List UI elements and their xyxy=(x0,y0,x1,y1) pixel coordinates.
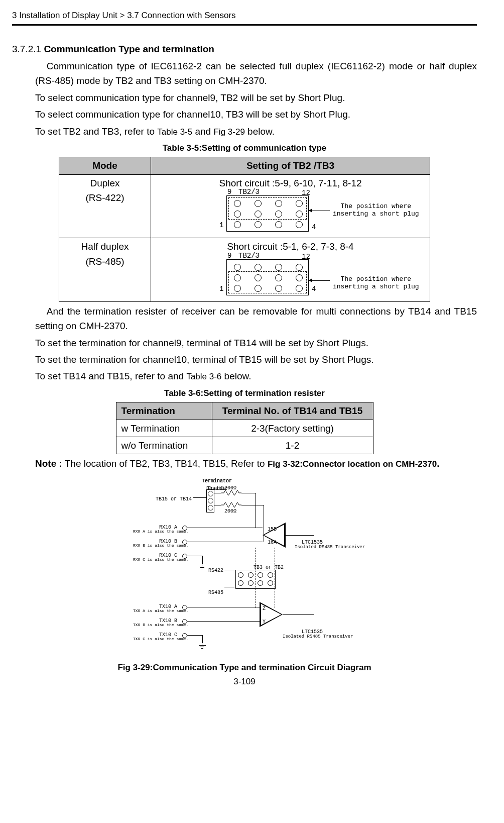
tx9a-label: TX9 A is also the same. xyxy=(133,608,188,614)
section-heading: Communication Type and termination xyxy=(44,44,214,54)
th-mode: Mode xyxy=(59,157,151,174)
pin-15b: 15B xyxy=(268,526,277,534)
table-caption: Table 3-5:Setting of communication type xyxy=(12,142,477,155)
tx9b-label: TX9 B is also the same. xyxy=(133,622,188,628)
text: below. xyxy=(221,371,251,381)
paragraph: To set the termination for channel10, te… xyxy=(35,352,477,367)
jumper-tb3 xyxy=(235,570,276,589)
mode-line-2: (RS-422) xyxy=(85,192,124,203)
jumper-diagram: 9 TB2/3 12 1 4 The position where insert… xyxy=(154,192,427,237)
pin-label-4: 4 xyxy=(312,285,316,292)
paragraph: To select communication type for channel… xyxy=(35,90,477,105)
mode-cell: Half duplex (RS-485) xyxy=(59,238,151,301)
tb14-label: TB15 or TB14 xyxy=(152,495,192,503)
pin-y: Y xyxy=(263,618,266,626)
rs485-label: RS485 xyxy=(208,589,223,597)
terminal-icon xyxy=(182,540,187,545)
mode-line-1: Duplex xyxy=(90,178,119,188)
table-ref: Table 3-6 xyxy=(186,372,221,381)
td-termination: w Termination xyxy=(116,420,212,437)
td-termination: w/o Termination xyxy=(116,437,212,454)
note-text: The position where inserting a short plu… xyxy=(333,275,419,290)
paragraph: To set TB2 and TB3, refer to Table 3-5 a… xyxy=(35,124,477,139)
header-divider xyxy=(12,24,477,26)
mode-cell: Duplex (RS-422) xyxy=(59,174,151,238)
isolated-label: Isolated RS485 Transceiver xyxy=(283,634,353,641)
pin-row xyxy=(227,264,309,271)
circuit-diagram: Terminator Disable TB15 or TB14 Terminat… xyxy=(104,477,385,654)
terminal-icon xyxy=(182,633,187,638)
th-termination: Termination xyxy=(116,402,212,420)
th-terminal-no: Terminal No. of TB14 and TB15 xyxy=(212,402,373,420)
jumper-label: TB2/3 xyxy=(238,252,260,259)
paragraph: To set TB14 and TB15, refer to and Table… xyxy=(35,369,477,383)
resistor-value: 200Ω xyxy=(224,507,236,516)
pin-label-9: 9 xyxy=(227,188,231,195)
td-terminal-no: 2-3(Factory setting) xyxy=(212,420,373,437)
pin-label-4: 4 xyxy=(312,224,316,231)
table-3-6: Termination Terminal No. of TB14 and TB1… xyxy=(116,402,373,454)
mode-line-2: (RS-485) xyxy=(85,256,124,267)
page-number: 3-109 xyxy=(12,675,477,688)
rx9b-label: RX9 B is also the same. xyxy=(133,543,188,549)
text: and xyxy=(192,126,213,137)
th-setting: Setting of TB2 /TB3 xyxy=(151,157,430,174)
ground-icon xyxy=(199,642,206,649)
dash-outline xyxy=(228,271,307,293)
paragraph: Communication type of IEC61162-2 can be … xyxy=(35,59,477,88)
pin-z: Z xyxy=(263,605,266,613)
short-circuit-text: Short circuit :5-1, 6-2, 7-3, 8-4 xyxy=(227,241,353,252)
paragraph: To select communication type for channel… xyxy=(35,107,477,122)
terminal-icon xyxy=(182,605,187,610)
body-block-2: And the termination resister of receiver… xyxy=(35,304,477,384)
note: Note : The location of TB2, TB3, TB14, T… xyxy=(35,456,477,471)
table-ref: Table 3-5 xyxy=(157,127,192,137)
section-number: 3.7.2.1 xyxy=(12,44,44,54)
table-3-5: Mode Setting of TB2 /TB3 Duplex (RS-422)… xyxy=(59,157,430,301)
body-block-1: Communication type of IEC61162-2 can be … xyxy=(35,59,477,139)
arrow-head-icon xyxy=(309,209,312,213)
isolated-label: Isolated RS485 Transceiver xyxy=(295,544,365,551)
arrow-head-icon xyxy=(309,278,312,282)
paragraph: To set the termination for channel9, ter… xyxy=(35,336,477,350)
rx9c-label: RX9 C is also the same. xyxy=(133,557,188,563)
note-text: The location of TB2, TB3, TB14, TB15, Re… xyxy=(62,458,268,469)
rx9a-label: RX9 A is also the same. xyxy=(133,529,188,535)
dash-outline xyxy=(228,197,307,220)
text: . xyxy=(437,458,439,469)
pin-label-1: 1 xyxy=(219,222,223,229)
text: To set TB14 and TB15, refer to and xyxy=(35,371,186,381)
jumper-diagram: 9 TB2/3 12 1 4 The position where insert… xyxy=(154,256,427,300)
resistor-value: 200Ω xyxy=(224,484,236,492)
terminal-icon xyxy=(182,526,187,531)
short-circuit-text: Short circuit :5-9, 6-10, 7-11, 8-12 xyxy=(219,178,361,188)
pin-16a: 16A xyxy=(268,539,277,547)
setting-cell: Short circuit :5-1, 6-2, 7-3, 8-4 9 TB2/… xyxy=(151,238,430,301)
figure-ref: Fig 3-32:Connector location on CMH-2370 xyxy=(268,459,437,469)
pin-label-9: 9 xyxy=(227,252,231,259)
note-text: The position where inserting a short plu… xyxy=(333,202,419,218)
page-header: 3 Installation of Display Unit > 3.7 Con… xyxy=(12,9,477,22)
setting-cell: Short circuit :5-9, 6-10, 7-11, 8-12 9 T… xyxy=(151,174,430,238)
terminal-icon xyxy=(182,619,187,624)
pin-row xyxy=(227,221,309,228)
mode-line-1: Half duplex xyxy=(81,241,129,252)
tx9c-label: TX9 C is also the same. xyxy=(133,636,188,642)
note-label: Note : xyxy=(35,458,62,469)
figure-caption: Fig 3-29:Communication Type and terminat… xyxy=(12,661,477,674)
jumper-label: TB2/3 xyxy=(238,188,260,195)
figure-ref: Fig 3-29 xyxy=(213,127,244,137)
pin-label-1: 1 xyxy=(219,285,223,292)
paragraph: And the termination resister of receiver… xyxy=(35,304,477,334)
rs422-label: RS422 xyxy=(208,567,223,575)
table-caption: Table 3-6:Setting of termination resiste… xyxy=(12,387,477,400)
section-title: 3.7.2.1 Communication Type and terminati… xyxy=(12,42,477,56)
terminal-icon xyxy=(182,554,187,559)
text: To set TB2 and TB3, refer to xyxy=(35,126,157,137)
ground-icon xyxy=(199,563,206,570)
text: below. xyxy=(245,126,275,137)
td-terminal-no: 1-2 xyxy=(212,437,373,454)
resistor-icon xyxy=(221,502,241,507)
